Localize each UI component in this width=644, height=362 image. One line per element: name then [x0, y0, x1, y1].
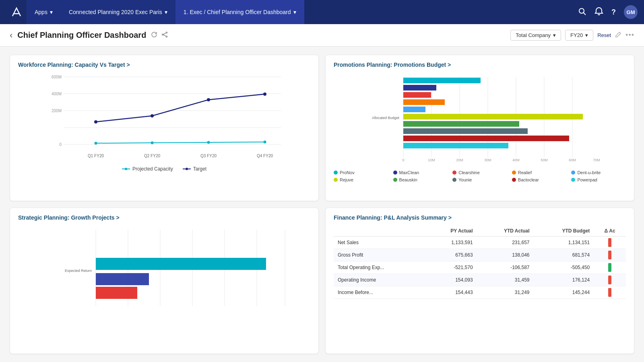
- sub-header: ‹ Chief Planning Officer Dashboard Total…: [0, 24, 644, 47]
- search-icon[interactable]: [578, 7, 586, 18]
- svg-text:0: 0: [59, 142, 62, 147]
- row-ytd-budget: 176,124: [534, 274, 594, 286]
- refresh-icon[interactable]: [151, 31, 157, 39]
- svg-text:0: 0: [402, 158, 404, 162]
- table-row: Total Operating Exp... -521,570 -106,587…: [334, 261, 626, 274]
- col-header-ytd-budget: YTD Budget: [534, 226, 594, 237]
- promotions-title[interactable]: Promotions Planning: Promotions Budget >: [334, 62, 626, 68]
- svg-text:600M: 600M: [52, 75, 62, 79]
- nav-connected-planning[interactable]: Connected Planning 2020 Exec Paris ▾: [61, 0, 175, 24]
- title-actions: [151, 31, 168, 39]
- legend-projected-capacity: Projected Capacity: [122, 166, 173, 172]
- more-options-icon[interactable]: •••: [625, 31, 634, 39]
- top-navigation: Apps ▾ Connected Planning 2020 Exec Pari…: [0, 0, 644, 24]
- nav-right-icons: ? GM: [578, 5, 638, 19]
- svg-point-4: [166, 36, 167, 37]
- row-ytd-actual: 31,459: [477, 274, 534, 286]
- col-header-py-actual: PY Actual: [425, 226, 477, 237]
- strategic-card: Strategic Planning: Growth Projects > Ex…: [10, 208, 319, 354]
- svg-rect-48: [403, 78, 481, 83]
- svg-rect-56: [403, 136, 569, 141]
- svg-text:40M: 40M: [512, 158, 520, 162]
- user-avatar[interactable]: GM: [624, 5, 638, 19]
- row-delta: [594, 261, 626, 274]
- svg-text:Expected Return: Expected Return: [65, 269, 92, 273]
- help-icon[interactable]: ?: [611, 8, 616, 16]
- col-header-label: [334, 226, 425, 237]
- svg-rect-52: [403, 107, 425, 112]
- finance-title[interactable]: Finance Planning: P&L Analysis Summary >: [334, 214, 626, 221]
- svg-point-0: [579, 8, 584, 13]
- company-filter[interactable]: Total Company ▾: [510, 30, 561, 41]
- svg-point-26: [207, 141, 210, 144]
- svg-text:20M: 20M: [456, 158, 463, 162]
- svg-line-1: [584, 12, 586, 15]
- row-ytd-actual: 231,657: [477, 237, 534, 249]
- row-label: Income Before...: [334, 286, 425, 299]
- row-ytd-budget: 681,574: [534, 249, 594, 261]
- svg-rect-53: [403, 114, 583, 119]
- svg-point-22: [207, 98, 210, 101]
- svg-rect-50: [403, 92, 431, 98]
- svg-rect-54: [403, 121, 519, 127]
- svg-rect-66: [96, 258, 266, 270]
- svg-text:Q3 FY20: Q3 FY20: [200, 154, 217, 158]
- legend-clearshine: Clearshine: [452, 170, 507, 175]
- legend-realief: Realief: [512, 170, 567, 175]
- svg-point-27: [264, 141, 266, 144]
- row-ytd-actual: -106,587: [477, 261, 534, 274]
- workforce-chart-container: 600M 400M 200M 0 Q1 FY20 Q2 FY20 Q3 FY20…: [18, 73, 310, 193]
- strategic-title[interactable]: Strategic Planning: Growth Projects >: [18, 214, 310, 221]
- col-header-delta: Δ Ac: [594, 226, 626, 237]
- edit-icon[interactable]: [615, 31, 621, 39]
- svg-text:Allocated Budget: Allocated Budget: [372, 116, 400, 120]
- svg-rect-67: [96, 273, 149, 285]
- svg-line-5: [163, 33, 166, 35]
- svg-text:Q2 FY20: Q2 FY20: [144, 154, 160, 158]
- svg-point-21: [151, 114, 154, 117]
- row-ytd-budget: -505,450: [534, 261, 594, 274]
- svg-text:50M: 50M: [541, 158, 548, 162]
- fy-filter[interactable]: FY20 ▾: [565, 30, 593, 41]
- row-delta: [594, 274, 626, 286]
- table-row: Operating Income 154,093 31,459 176,124: [334, 274, 626, 286]
- legend-target: Target: [183, 166, 206, 172]
- finance-card: Finance Planning: P&L Analysis Summary >…: [325, 208, 634, 354]
- svg-point-24: [95, 142, 97, 145]
- back-button[interactable]: ‹: [10, 30, 12, 41]
- svg-point-25: [151, 142, 154, 144]
- nav-exec-dashboard[interactable]: 1. Exec / Chief Planning Officer Dashboa…: [175, 0, 304, 24]
- bell-icon[interactable]: [594, 7, 603, 18]
- svg-text:Q1 FY20: Q1 FY20: [88, 154, 104, 158]
- svg-rect-49: [403, 85, 436, 90]
- row-py-actual: 154,443: [425, 286, 477, 299]
- legend-beauskin: Beauskin: [393, 177, 448, 182]
- row-py-actual: 675,663: [425, 249, 477, 261]
- svg-rect-55: [403, 128, 528, 134]
- legend-bactoclear: Bactoclear: [512, 177, 567, 182]
- legend-younie: Younie: [452, 177, 507, 182]
- reset-button[interactable]: Reset: [597, 32, 611, 38]
- svg-rect-68: [96, 287, 137, 299]
- svg-text:Q4 FY20: Q4 FY20: [257, 154, 273, 158]
- page-title: Chief Planning Officer Dashboard: [17, 31, 146, 40]
- col-header-ytd-actual: YTD Actual: [477, 226, 534, 237]
- svg-text:200M: 200M: [52, 109, 62, 113]
- app-logo[interactable]: [6, 6, 27, 18]
- nav-apps[interactable]: Apps ▾: [27, 0, 61, 24]
- legend-dent-u-brite: Dent-u-brite: [571, 170, 626, 175]
- row-ytd-budget: 1,134,151: [534, 237, 594, 249]
- row-py-actual: 154,093: [425, 274, 477, 286]
- promotions-bar-chart: 0 10M 20M 30M 40M 50M 60M 70M Allocated …: [334, 73, 626, 165]
- workforce-title[interactable]: Workforce Planning: Capacity Vs Target >: [18, 62, 310, 68]
- row-delta: [594, 237, 626, 249]
- svg-text:400M: 400M: [52, 92, 62, 96]
- svg-rect-57: [403, 143, 508, 148]
- share-icon[interactable]: [161, 31, 168, 39]
- svg-rect-51: [403, 99, 445, 105]
- row-label: Total Operating Exp...: [334, 261, 425, 274]
- row-ytd-actual: 138,046: [477, 249, 534, 261]
- svg-point-23: [263, 93, 266, 96]
- svg-point-20: [94, 120, 97, 123]
- table-row: Income Before... 154,443 31,249 145,244: [334, 286, 626, 299]
